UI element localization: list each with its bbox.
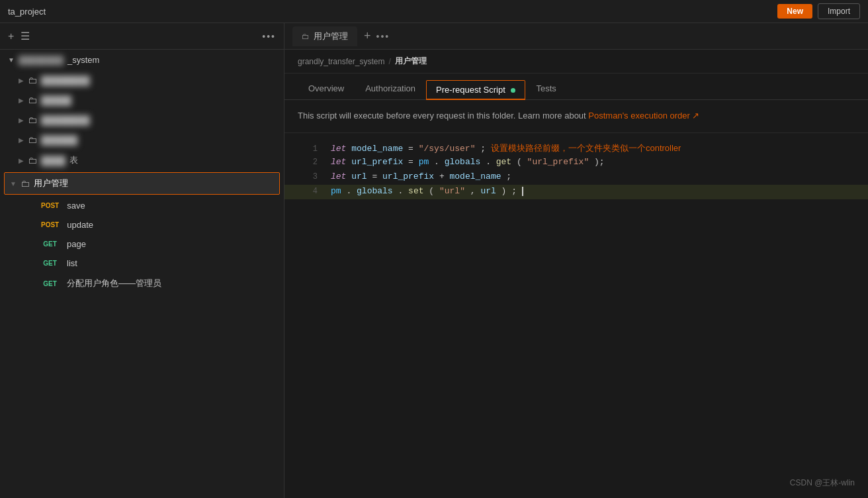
obj-pm: pm <box>419 157 429 167</box>
active-folder-icon: 🗀 <box>21 178 30 189</box>
sub-item-update[interactable]: POST update <box>0 215 284 234</box>
code-assign: = <box>372 172 382 181</box>
sidebar-content: ▼ ████████ _system ▶ 🗀 ████████ ▶ 🗀 ████… <box>0 50 284 498</box>
code-content-3: let url = url_prefix + model_name ; <box>331 172 855 181</box>
folder-icon: 🗀 <box>28 134 37 145</box>
active-folder-chevron-icon: ▼ <box>10 180 17 187</box>
sub-item-list[interactable]: GET list <box>0 254 284 273</box>
method-badge-post: POST <box>38 221 62 229</box>
keyword-let: let <box>331 172 346 181</box>
method-badge-post: POST <box>38 201 62 210</box>
breadcrumb-current: 用户管理 <box>395 56 427 67</box>
method-badge-get: GET <box>38 259 62 268</box>
code-dot: . <box>486 157 491 167</box>
code-dot: . <box>398 186 403 196</box>
var-url-ref: url <box>480 186 496 196</box>
tab-tests[interactable]: Tests <box>525 78 566 100</box>
chevron-icon: ▶ <box>19 157 24 164</box>
chevron-icon: ▶ <box>19 117 24 124</box>
folder-icon: 🗀 <box>28 75 37 85</box>
sidebar-item-2[interactable]: ▶ 🗀 █████ <box>0 90 284 110</box>
var-url: url <box>351 172 367 181</box>
tab-pre-request-script[interactable]: Pre-request Script <box>426 80 525 100</box>
sub-item-save[interactable]: POST save <box>0 196 284 215</box>
keyword-let: let <box>331 144 346 154</box>
keyword-let: let <box>331 157 346 167</box>
panel-tab-label: 用户管理 <box>314 30 348 42</box>
tab-tests-label: Tests <box>536 83 556 93</box>
tab-authorization[interactable]: Authorization <box>355 78 426 100</box>
filter-icon[interactable]: ☰ <box>21 30 30 42</box>
tree-item-label: ████ <box>41 156 65 166</box>
var-url-prefix-ref: url_prefix <box>382 172 434 181</box>
code-comment-1: 设置模块路径前缀，一个文件夹类似一个controller <box>491 143 681 153</box>
line-number-3: 3 <box>298 172 318 181</box>
tab-active-dot <box>511 88 515 93</box>
prop-globals: globals <box>445 157 481 167</box>
str-sys-user: "/sys/user" <box>419 144 476 154</box>
code-paren-close: ) <box>501 186 507 196</box>
panel-more-icon[interactable]: ••• <box>376 31 390 42</box>
obj-pm-2: pm <box>331 186 341 196</box>
code-content-1: let model_name = "/sys/user" ; 设置模块路径前缀，… <box>331 142 855 154</box>
sidebar: + ☰ ••• ▼ ████████ _system ▶ 🗀 ████████ … <box>0 23 284 498</box>
breadcrumb: grandly_transfer_system / 用户管理 <box>284 50 868 74</box>
tree-item-label: ████████ <box>41 115 90 125</box>
sidebar-item-1[interactable]: ▶ 🗀 ████████ <box>0 70 284 90</box>
tree-item-label: █████ <box>41 95 71 105</box>
var-model-name: model_name <box>351 144 403 154</box>
sidebar-item-5[interactable]: ▶ 🗀 ████ 表 <box>0 150 284 171</box>
code-comma: , <box>470 186 481 196</box>
code-line-4: 4 pm . globals . set ( "url" , url ) ; <box>284 185 868 199</box>
panel-tab-user-mgmt[interactable]: 🗀 用户管理 <box>292 26 357 46</box>
folder-tab-icon: 🗀 <box>302 32 310 41</box>
line-number-1: 1 <box>298 144 318 154</box>
watermark: CSDN @王林-wlin <box>790 477 855 489</box>
app-title: ta_project <box>8 7 772 17</box>
new-button[interactable]: New <box>777 4 812 19</box>
collection-header[interactable]: ▼ ████████ _system <box>0 50 284 70</box>
tab-overview[interactable]: Overview <box>298 78 355 100</box>
method-badge-get: GET <box>38 279 62 288</box>
panel-top-tabs: 🗀 用户管理 + ••• <box>284 23 868 50</box>
str-url: "url" <box>439 186 465 196</box>
description-bar: This script will execute before every re… <box>284 100 868 133</box>
sub-item-page[interactable]: GET page <box>0 234 284 254</box>
code-paren: ( <box>517 157 522 167</box>
collection-suffix: _system <box>67 55 99 65</box>
breadcrumb-parent[interactable]: grandly_transfer_system <box>298 57 384 66</box>
line-number-4: 4 <box>298 187 318 196</box>
code-semi-end: ; <box>511 186 517 196</box>
tab-overview-label: Overview <box>308 83 344 93</box>
collection-chevron-icon: ▼ <box>8 56 15 64</box>
folder-icon: 🗀 <box>28 115 37 125</box>
code-paren-close: ); <box>594 157 605 167</box>
content-tabs: Overview Authorization Pre-request Scrip… <box>284 74 868 100</box>
tree-item-label: ██████ <box>41 135 77 145</box>
code-line-2: 2 let url_prefix = pm . globals . get ( … <box>284 156 868 170</box>
sidebar-item-4[interactable]: ▶ 🗀 ██████ <box>0 130 284 150</box>
var-model-name-ref: model_name <box>449 172 501 181</box>
text-cursor <box>522 187 523 196</box>
breadcrumb-separator: / <box>388 57 390 66</box>
collection-name: ████████ <box>19 56 64 65</box>
sidebar-more-icon[interactable]: ••• <box>262 31 276 42</box>
sub-item-role-assign[interactable]: GET 分配用户角色——管理员 <box>0 273 284 294</box>
add-icon[interactable]: + <box>8 30 14 42</box>
code-semi: ; <box>506 172 511 181</box>
description-link[interactable]: Postman's execution order ↗ <box>588 111 699 121</box>
method-badge-get: GET <box>38 240 62 248</box>
sub-item-label: 分配用户角色——管理员 <box>67 277 161 289</box>
sidebar-item-active-folder[interactable]: ▼ 🗀 用户管理 <box>4 172 280 195</box>
tree-item-label: ████████ <box>41 75 90 85</box>
folder-icon: 🗀 <box>28 95 37 105</box>
prop-globals-2: globals <box>357 186 393 196</box>
code-assign: = <box>408 157 419 167</box>
str-url-prefix: "url_prefix" <box>527 157 589 167</box>
sidebar-item-3[interactable]: ▶ 🗀 ████████ <box>0 110 284 130</box>
code-editor[interactable]: 1 let model_name = "/sys/user" ; 设置模块路径前… <box>284 133 868 498</box>
chevron-icon: ▶ <box>19 97 24 104</box>
add-tab-icon[interactable]: + <box>364 29 371 43</box>
import-button[interactable]: Import <box>818 3 860 19</box>
folder-icon: 🗀 <box>28 155 37 166</box>
